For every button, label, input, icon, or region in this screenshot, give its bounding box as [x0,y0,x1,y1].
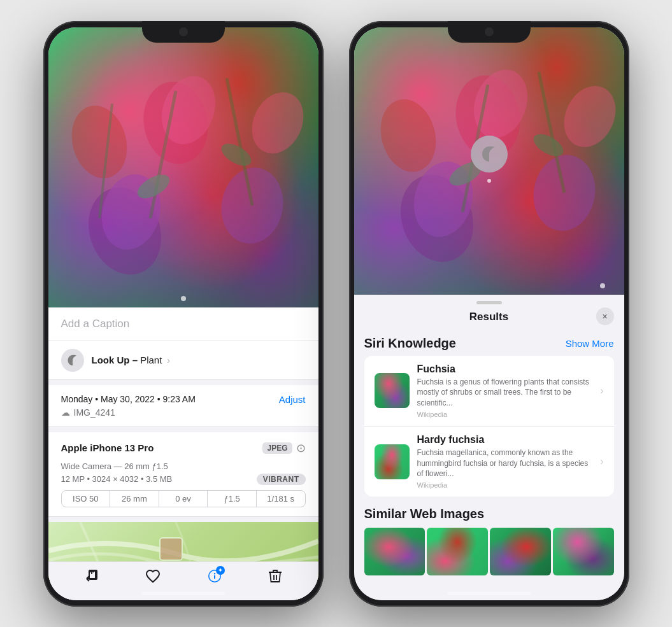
lookup-text: Look Up – Plant › [92,355,170,365]
fuchsia-thumbnail [375,373,410,408]
similar-image-2[interactable] [427,528,488,575]
phones-container: Add a Caption Look Up – Plant › [43,21,629,607]
photo-page-indicator [181,296,186,301]
photo-date: Monday • May 30, 2022 • 9:23 AM [61,394,196,404]
lookup-row[interactable]: Look Up – Plant › [48,341,318,380]
left-phone: Add a Caption Look Up – Plant › [43,21,324,607]
knowledge-item-hardy[interactable]: Hardy fuchsia Fuchsia magellanica, commo… [364,426,614,497]
format-badges: JPEG ⊙ [262,441,305,455]
knowledge-card: Fuchsia Fuchsia is a genus of flowering … [364,356,614,497]
volume-up-button [43,155,44,198]
similar-section: Similar Web Images [354,497,624,581]
right-photo-indicator [600,283,605,288]
svg-point-8 [217,139,254,170]
hardy-name: Hardy fuchsia [417,434,593,446]
mp-info: 12 MP • 3024 × 4032 • 3.5 MB [61,474,173,484]
exif-ev: 0 ev [159,491,208,507]
fuchsia-chevron-icon: › [600,385,603,397]
right-volume-down-button [349,207,350,250]
info-button[interactable]: ✦ [207,568,222,588]
info-badge: ✦ [216,566,225,575]
results-sheet: Results × Siri Knowledge Show More [354,295,624,600]
similar-image-4[interactable] [553,528,614,575]
caption-field[interactable]: Add a Caption [48,307,318,341]
show-more-button[interactable]: Show More [566,338,614,349]
exif-f: ƒ1.5 [208,491,257,507]
fuchsia-source: Wikipedia [417,411,593,418]
hardy-thumb-image [375,444,410,479]
exif-mm: 26 mm [110,491,159,507]
hardy-thumbnail [375,444,410,479]
delete-button[interactable] [268,568,282,588]
exif-row: ISO 50 26 mm 0 ev ƒ1.5 1/181 s [61,490,306,507]
right-power-button [629,167,629,225]
mute-button [43,123,44,146]
hardy-desc: Fuchsia magellanica, commonly known as t… [417,447,593,479]
settings-icon[interactable]: ⊙ [296,441,306,455]
format-badge: JPEG [262,442,292,454]
similar-image-1[interactable] [364,528,425,575]
results-title: Results [469,311,508,323]
close-button[interactable]: × [596,307,614,325]
svg-point-5 [64,99,134,185]
svg-point-19 [554,77,624,155]
cloud-icon: ☁ [61,407,70,418]
filename: IMG_4241 [74,407,115,418]
volume-down-button [43,207,44,250]
camera-spec: Wide Camera — 26 mm ƒ1.5 [61,461,306,471]
fuchsia-thumb-image [375,373,410,408]
right-volume-up-button [349,155,350,198]
svg-point-18 [373,93,443,178]
left-phone-screen: Add a Caption Look Up – Plant › [48,27,318,600]
fuchsia-desc: Fuchsia is a genus of flowering plants t… [417,377,593,409]
lookup-icon-circle [61,349,84,372]
vibrant-badge: VIBRANT [257,474,306,485]
power-button [323,167,324,225]
hardy-chevron-icon: › [600,456,603,467]
hardy-content: Hardy fuchsia Fuchsia magellanica, commo… [417,434,593,489]
fuchsia-content: Fuchsia Fuchsia is a genus of flowering … [417,363,593,418]
similar-image-3[interactable] [490,528,551,575]
similar-images-grid [364,528,614,575]
svg-rect-9 [160,538,182,560]
exif-iso: ISO 50 [62,491,111,507]
caption-placeholder: Add a Caption [61,318,130,330]
adjust-button[interactable]: Adjust [279,394,306,405]
meta-section: Monday • May 30, 2022 • 9:23 AM Adjust ☁… [48,385,318,427]
flower-photo-left [48,27,318,307]
hardy-source: Wikipedia [417,481,593,489]
right-photo-area [354,27,624,295]
right-mute-button [349,123,350,146]
sheet-header: Results × [354,304,624,328]
siri-knowledge-title: Siri Knowledge [364,336,456,351]
fuchsia-name: Fuchsia [417,363,593,375]
left-photo-area [48,27,318,307]
right-phone: Results × Siri Knowledge Show More [349,21,629,607]
device-section: Apple iPhone 13 Pro JPEG ⊙ Wide Camera —… [48,432,318,517]
right-phone-screen: Results × Siri Knowledge Show More [354,27,624,600]
right-home-indicator [448,592,531,595]
siri-visual-badge[interactable] [471,136,508,173]
photo-info-area[interactable]: Add a Caption Look Up – Plant › [48,307,318,600]
exif-speed: 1/181 s [257,491,305,507]
similar-title: Similar Web Images [364,507,614,521]
leaf-search-icon [479,144,499,164]
device-name: Apple iPhone 13 Pro [61,442,154,453]
siri-dot [487,179,491,183]
favorite-button[interactable] [145,568,161,588]
knowledge-item-fuchsia[interactable]: Fuchsia Fuchsia is a genus of flowering … [364,356,614,426]
siri-knowledge-header: Siri Knowledge Show More [354,328,624,356]
svg-point-6 [242,83,313,162]
share-button[interactable] [84,568,99,588]
leaf-icon [66,354,79,367]
left-home-indicator [142,592,225,595]
